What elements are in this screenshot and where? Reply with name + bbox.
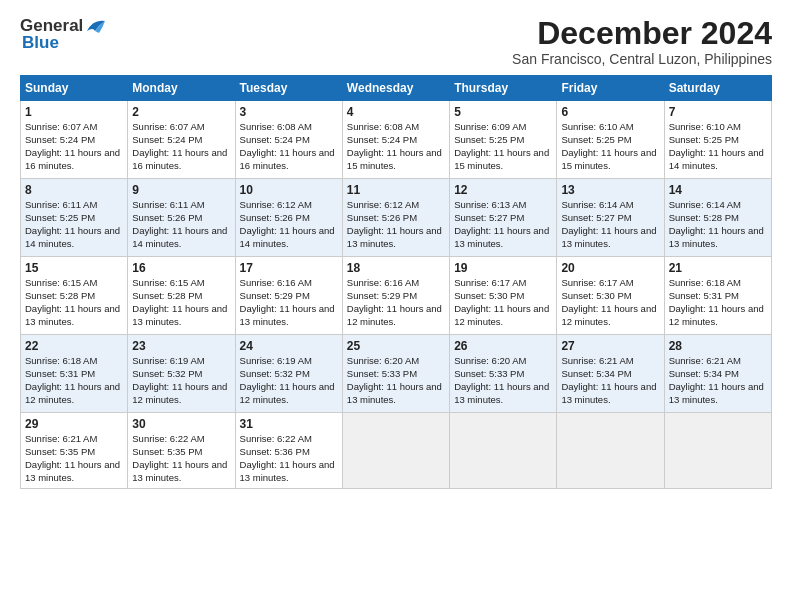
day-number: 13 <box>561 182 659 198</box>
daylight-text: Daylight: 11 hours and 13 minutes. <box>132 459 227 483</box>
daylight-text: Daylight: 11 hours and 13 minutes. <box>347 225 442 249</box>
sunset-text: Sunset: 5:25 PM <box>561 134 631 145</box>
sunset-text: Sunset: 5:32 PM <box>240 368 310 379</box>
day-number: 6 <box>561 104 659 120</box>
calendar-cell: 9Sunrise: 6:11 AMSunset: 5:26 PMDaylight… <box>128 179 235 257</box>
logo-blue: Blue <box>22 33 59 53</box>
calendar-cell: 27Sunrise: 6:21 AMSunset: 5:34 PMDayligh… <box>557 335 664 413</box>
daylight-text: Daylight: 11 hours and 12 minutes. <box>25 381 120 405</box>
calendar-cell: 19Sunrise: 6:17 AMSunset: 5:30 PMDayligh… <box>450 257 557 335</box>
weekday-header-tuesday: Tuesday <box>235 76 342 101</box>
day-number: 15 <box>25 260 123 276</box>
calendar-cell: 31Sunrise: 6:22 AMSunset: 5:36 PMDayligh… <box>235 413 342 488</box>
calendar-cell: 23Sunrise: 6:19 AMSunset: 5:32 PMDayligh… <box>128 335 235 413</box>
sunset-text: Sunset: 5:34 PM <box>669 368 739 379</box>
daylight-text: Daylight: 11 hours and 12 minutes. <box>132 381 227 405</box>
day-number: 17 <box>240 260 338 276</box>
calendar-cell: 25Sunrise: 6:20 AMSunset: 5:33 PMDayligh… <box>342 335 449 413</box>
header: General Blue December 2024 San Francisco… <box>20 16 772 67</box>
calendar-cell: 20Sunrise: 6:17 AMSunset: 5:30 PMDayligh… <box>557 257 664 335</box>
sunset-text: Sunset: 5:34 PM <box>561 368 631 379</box>
daylight-text: Daylight: 11 hours and 12 minutes. <box>347 303 442 327</box>
sunset-text: Sunset: 5:28 PM <box>25 290 95 301</box>
weekday-header-thursday: Thursday <box>450 76 557 101</box>
daylight-text: Daylight: 11 hours and 15 minutes. <box>454 147 549 171</box>
weekday-header-saturday: Saturday <box>664 76 771 101</box>
day-number: 22 <box>25 338 123 354</box>
calendar-cell: 24Sunrise: 6:19 AMSunset: 5:32 PMDayligh… <box>235 335 342 413</box>
day-number: 2 <box>132 104 230 120</box>
calendar-cell: 14Sunrise: 6:14 AMSunset: 5:28 PMDayligh… <box>664 179 771 257</box>
weekday-header-monday: Monday <box>128 76 235 101</box>
calendar-cell: 3Sunrise: 6:08 AMSunset: 5:24 PMDaylight… <box>235 101 342 179</box>
sunrise-text: Sunrise: 6:20 AM <box>454 355 526 366</box>
calendar-cell: 16Sunrise: 6:15 AMSunset: 5:28 PMDayligh… <box>128 257 235 335</box>
day-number: 16 <box>132 260 230 276</box>
calendar-cell: 2Sunrise: 6:07 AMSunset: 5:24 PMDaylight… <box>128 101 235 179</box>
day-number: 19 <box>454 260 552 276</box>
daylight-text: Daylight: 11 hours and 14 minutes. <box>25 225 120 249</box>
daylight-text: Daylight: 11 hours and 13 minutes. <box>132 303 227 327</box>
daylight-text: Daylight: 11 hours and 13 minutes. <box>669 225 764 249</box>
sunset-text: Sunset: 5:36 PM <box>240 446 310 457</box>
day-number: 29 <box>25 416 123 432</box>
daylight-text: Daylight: 11 hours and 14 minutes. <box>669 147 764 171</box>
sunset-text: Sunset: 5:25 PM <box>25 212 95 223</box>
sunrise-text: Sunrise: 6:12 AM <box>347 199 419 210</box>
calendar-cell: 10Sunrise: 6:12 AMSunset: 5:26 PMDayligh… <box>235 179 342 257</box>
sunrise-text: Sunrise: 6:08 AM <box>240 121 312 132</box>
sunset-text: Sunset: 5:27 PM <box>454 212 524 223</box>
day-number: 31 <box>240 416 338 432</box>
calendar-week-1: 1Sunrise: 6:07 AMSunset: 5:24 PMDaylight… <box>21 101 772 179</box>
calendar-cell: 5Sunrise: 6:09 AMSunset: 5:25 PMDaylight… <box>450 101 557 179</box>
daylight-text: Daylight: 11 hours and 13 minutes. <box>561 225 656 249</box>
day-number: 3 <box>240 104 338 120</box>
daylight-text: Daylight: 11 hours and 15 minutes. <box>561 147 656 171</box>
sunset-text: Sunset: 5:28 PM <box>132 290 202 301</box>
weekday-header-friday: Friday <box>557 76 664 101</box>
calendar-body: 1Sunrise: 6:07 AMSunset: 5:24 PMDaylight… <box>21 101 772 488</box>
daylight-text: Daylight: 11 hours and 12 minutes. <box>669 303 764 327</box>
calendar-cell: 18Sunrise: 6:16 AMSunset: 5:29 PMDayligh… <box>342 257 449 335</box>
sunset-text: Sunset: 5:24 PM <box>132 134 202 145</box>
daylight-text: Daylight: 11 hours and 13 minutes. <box>240 459 335 483</box>
sunset-text: Sunset: 5:24 PM <box>347 134 417 145</box>
daylight-text: Daylight: 11 hours and 12 minutes. <box>240 381 335 405</box>
day-number: 30 <box>132 416 230 432</box>
day-number: 20 <box>561 260 659 276</box>
sunrise-text: Sunrise: 6:10 AM <box>669 121 741 132</box>
calendar-cell: 15Sunrise: 6:15 AMSunset: 5:28 PMDayligh… <box>21 257 128 335</box>
sunrise-text: Sunrise: 6:12 AM <box>240 199 312 210</box>
daylight-text: Daylight: 11 hours and 13 minutes. <box>347 381 442 405</box>
day-number: 25 <box>347 338 445 354</box>
calendar-cell: 11Sunrise: 6:12 AMSunset: 5:26 PMDayligh… <box>342 179 449 257</box>
calendar-week-5: 29Sunrise: 6:21 AMSunset: 5:35 PMDayligh… <box>21 413 772 488</box>
daylight-text: Daylight: 11 hours and 13 minutes. <box>454 225 549 249</box>
calendar: SundayMondayTuesdayWednesdayThursdayFrid… <box>20 75 772 488</box>
sunrise-text: Sunrise: 6:18 AM <box>669 277 741 288</box>
calendar-cell: 12Sunrise: 6:13 AMSunset: 5:27 PMDayligh… <box>450 179 557 257</box>
calendar-cell: 8Sunrise: 6:11 AMSunset: 5:25 PMDaylight… <box>21 179 128 257</box>
calendar-cell: 13Sunrise: 6:14 AMSunset: 5:27 PMDayligh… <box>557 179 664 257</box>
daylight-text: Daylight: 11 hours and 13 minutes. <box>25 459 120 483</box>
daylight-text: Daylight: 11 hours and 12 minutes. <box>561 303 656 327</box>
daylight-text: Daylight: 11 hours and 14 minutes. <box>240 225 335 249</box>
sunset-text: Sunset: 5:27 PM <box>561 212 631 223</box>
sunrise-text: Sunrise: 6:22 AM <box>240 433 312 444</box>
calendar-week-3: 15Sunrise: 6:15 AMSunset: 5:28 PMDayligh… <box>21 257 772 335</box>
sunset-text: Sunset: 5:29 PM <box>347 290 417 301</box>
calendar-cell: 29Sunrise: 6:21 AMSunset: 5:35 PMDayligh… <box>21 413 128 488</box>
sunset-text: Sunset: 5:31 PM <box>25 368 95 379</box>
calendar-cell <box>450 413 557 488</box>
calendar-cell: 7Sunrise: 6:10 AMSunset: 5:25 PMDaylight… <box>664 101 771 179</box>
day-number: 18 <box>347 260 445 276</box>
day-number: 23 <box>132 338 230 354</box>
daylight-text: Daylight: 11 hours and 13 minutes. <box>561 381 656 405</box>
calendar-week-2: 8Sunrise: 6:11 AMSunset: 5:25 PMDaylight… <box>21 179 772 257</box>
sunset-text: Sunset: 5:24 PM <box>25 134 95 145</box>
daylight-text: Daylight: 11 hours and 15 minutes. <box>347 147 442 171</box>
title-block: December 2024 San Francisco, Central Luz… <box>512 16 772 67</box>
sunrise-text: Sunrise: 6:21 AM <box>25 433 97 444</box>
sunset-text: Sunset: 5:33 PM <box>454 368 524 379</box>
calendar-week-4: 22Sunrise: 6:18 AMSunset: 5:31 PMDayligh… <box>21 335 772 413</box>
